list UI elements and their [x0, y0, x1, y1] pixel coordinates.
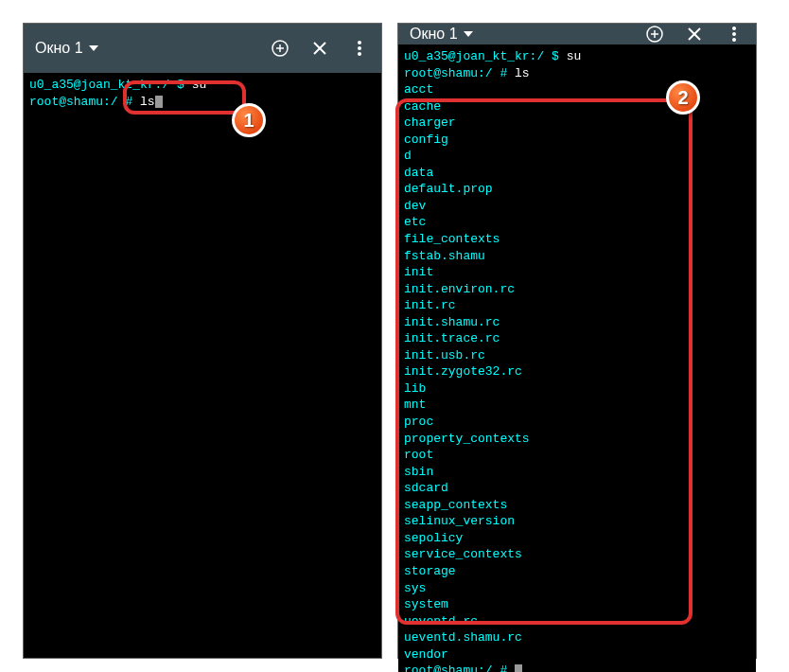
close-icon[interactable]	[309, 38, 330, 59]
terminal-window-left: Окно 1 u0_a35@joan_kt_kr:/ $ su root@sha…	[23, 23, 382, 659]
command-text: ls	[140, 95, 155, 109]
svg-point-7	[358, 52, 361, 56]
command-text: ls	[515, 66, 530, 80]
svg-point-5	[358, 41, 361, 44]
prompt-root: root@shamu:/ #	[29, 95, 140, 109]
add-icon[interactable]	[270, 38, 290, 59]
command-text: su	[567, 49, 582, 63]
annotation-badge-2: 2	[666, 80, 700, 115]
window-title[interactable]: Окно 1	[410, 26, 644, 43]
dropdown-icon	[464, 31, 473, 37]
prompt-user: u0_a35@joan_kt_kr:/ $	[404, 49, 567, 63]
terminal-output[interactable]: u0_a35@joan_kt_kr:/ $ su root@shamu:/ # …	[398, 44, 756, 672]
prompt-root: root@shamu:/ #	[404, 663, 515, 672]
cursor	[515, 664, 522, 672]
window-title-text: Окно 1	[410, 26, 458, 43]
window-title[interactable]: Окно 1	[35, 40, 270, 57]
dropdown-icon	[89, 45, 98, 51]
svg-point-14	[732, 32, 736, 36]
terminal-output[interactable]: u0_a35@joan_kt_kr:/ $ su root@shamu:/ # …	[24, 73, 381, 658]
cursor	[155, 96, 163, 108]
menu-icon[interactable]	[349, 38, 370, 59]
command-text: su	[192, 78, 207, 92]
terminal-window-right: Окно 1 u0_a35@joan_kt_kr:/ $ su root@sha…	[397, 23, 757, 659]
svg-point-15	[732, 38, 736, 42]
titlebar: Окно 1	[398, 24, 756, 44]
titlebar: Окно 1	[24, 24, 381, 73]
ls-output: acct cache charger config d data default…	[404, 82, 530, 662]
svg-point-6	[358, 46, 361, 50]
add-icon[interactable]	[644, 24, 665, 44]
annotation-badge-1: 1	[232, 103, 266, 137]
window-title-text: Окно 1	[35, 40, 83, 57]
menu-icon[interactable]	[724, 24, 745, 44]
prompt-root: root@shamu:/ #	[404, 66, 515, 80]
prompt-user: u0_a35@joan_kt_kr:/ $	[29, 78, 192, 92]
svg-point-13	[732, 27, 736, 30]
close-icon[interactable]	[684, 24, 705, 44]
